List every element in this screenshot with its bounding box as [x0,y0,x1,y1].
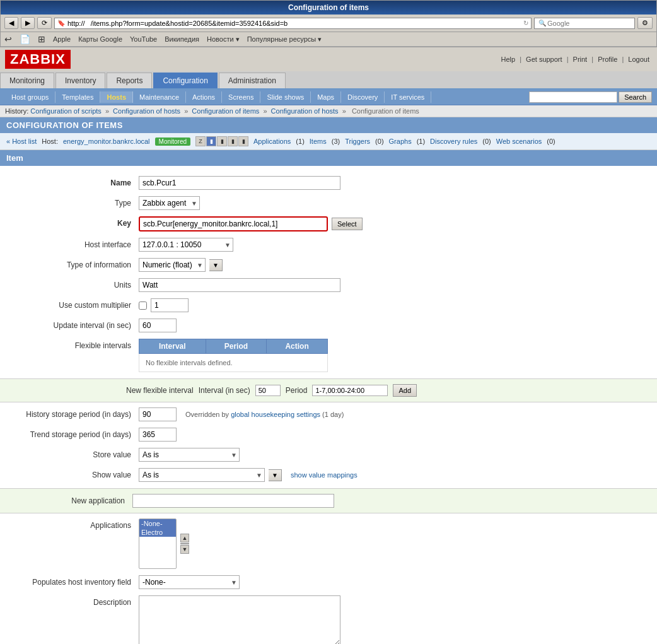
subnav-slideshows[interactable]: Slide shows [260,91,311,103]
bookmarks-bar: ↩ 📄 ⊞ Apple Карты Google YouTube Википед… [1,32,656,47]
flexible-intervals-table: Interval Period Action No flexible inter… [139,339,328,372]
search-input[interactable] [547,20,623,27]
scroll-up-btn[interactable]: ▲ [180,534,189,542]
zbx-icon-z: Z [195,136,206,146]
name-label: Name [13,176,139,187]
zbx-icon-bar1: ▮ [206,136,216,146]
tab-inventory[interactable]: Inventory [55,73,105,88]
update-interval-input[interactable] [139,319,177,332]
key-label: Key [13,216,139,228]
breadcrumb-confitems1[interactable]: Configuration of items [192,107,259,115]
new-flex-interval-input[interactable] [255,385,281,396]
multiplier-checkbox[interactable] [139,302,147,310]
populates-label: Populates host inventory field [13,575,139,587]
bookmark-apple[interactable]: Apple [53,35,71,43]
new-flex-period-input[interactable] [312,385,388,396]
description-textarea[interactable] [139,595,340,644]
sub-nav-search-input[interactable] [529,91,617,103]
subnav-actions[interactable]: Actions [186,91,222,103]
zbx-icon-bar4: ▮ [238,136,248,146]
reload-button[interactable]: ⟳ [37,17,52,29]
name-control [139,176,340,190]
new-application-input[interactable] [132,494,334,508]
bookmark-wikipedia[interactable]: Википедия [165,35,199,43]
tab-administration[interactable]: Administration [219,73,286,88]
history-control: Overridden by global housekeeping settin… [139,407,344,421]
bookmark-news[interactable]: Новости ▾ [207,35,240,44]
name-row: Name [13,176,644,190]
store-value-select[interactable]: As is [139,448,240,462]
breadcrumb-confhosts2[interactable]: Configuration of hosts [271,107,339,115]
help-link[interactable]: Help [501,56,515,63]
subnav-discovery[interactable]: Discovery [341,91,385,103]
url-input[interactable] [67,20,523,27]
tab-monitoring[interactable]: Monitoring [0,73,54,88]
flexible-intervals-row: Flexible intervals Interval Period Actio… [13,339,644,372]
type-row: Type Zabbix agent ▼ [13,196,644,210]
type-of-info-select[interactable]: Numeric (float) [139,258,206,272]
breadcrumb-confhosts1[interactable]: Configuration of hosts [113,107,180,115]
zbx-icon-bar3: ▮ [228,136,238,146]
profile-link[interactable]: Profile [598,56,617,63]
host-interface-row: Host interface 127.0.0.1 : 10050 ▼ [13,238,644,252]
app-option-electro[interactable]: Electro [139,528,176,537]
tab-reports[interactable]: Reports [107,73,152,88]
web-scenarios-link[interactable]: Web scenarios [496,138,542,145]
page-title: CONFIGURATION OF ITEMS [0,117,657,133]
subnav-screens[interactable]: Screens [222,91,260,103]
housekeeping-link[interactable]: global housekeeping settings [231,411,320,418]
logout-link[interactable]: Logout [628,56,649,63]
subnav-maintenance[interactable]: Maintenance [133,91,186,103]
select-button[interactable]: Select [332,218,363,230]
subnav-hosts[interactable]: Hosts [100,91,133,103]
applications-count: (1) [296,138,304,145]
units-input[interactable] [139,278,340,292]
add-flex-button[interactable]: Add [393,384,417,397]
triggers-link[interactable]: Triggers [345,138,370,145]
search-bar[interactable]: 🔍 [534,18,635,29]
applications-link[interactable]: Applications [253,138,291,145]
tab-configuration[interactable]: Configuration [153,73,217,88]
show-value-mappings-link[interactable]: show value mappings [291,471,358,479]
back-button[interactable]: ◀ [4,17,18,29]
type-of-info-extra-btn[interactable]: ▼ [209,259,223,271]
trend-input[interactable] [139,428,177,442]
graphs-link[interactable]: Graphs [389,138,412,145]
bookmark-resources[interactable]: Популярные ресурсы ▾ [247,35,322,44]
subnav-itservices[interactable]: IT services [385,91,431,103]
multiplier-value[interactable] [151,298,189,312]
update-interval-control [139,319,177,332]
show-value-select[interactable]: As is [139,468,265,482]
items-link[interactable]: Items [310,138,327,145]
trend-control [139,428,177,442]
breadcrumb-scripts[interactable]: Configuration of scripts [30,107,102,115]
subnav-hostgroups[interactable]: Host groups [5,91,55,103]
bookmark-youtube[interactable]: YouTube [130,35,157,43]
subnav-templates[interactable]: Templates [55,91,100,103]
scroll-down-btn[interactable]: ▼ [180,545,189,554]
show-value-select-wrapper: As is ▼ [139,468,265,482]
search-button[interactable]: Search [619,91,652,103]
host-list-link[interactable]: « Host list [6,138,37,145]
subnav-maps[interactable]: Maps [311,91,341,103]
app-option-none[interactable]: -None- [139,519,176,528]
host-name-link[interactable]: energy_monitor.bankrc.local [63,138,150,145]
apps-icon: ⊞ [38,34,45,44]
host-interface-select[interactable]: 127.0.0.1 : 10050 [139,238,233,252]
show-value-extra-btn[interactable]: ▼ [269,469,282,481]
discovery-link[interactable]: Discovery rules [430,138,477,145]
type-select[interactable]: Zabbix agent [139,196,200,210]
trend-label: Trend storage period (in days) [13,428,139,439]
get-support-link[interactable]: Get support [526,56,562,63]
applications-listbox[interactable]: -None- Electro [139,518,177,569]
options-button[interactable]: ⚙ [637,17,653,29]
populates-select[interactable]: -None- [139,575,240,589]
key-input[interactable] [139,216,328,231]
print-link[interactable]: Print [573,56,588,63]
name-input[interactable] [139,176,340,190]
forward-button[interactable]: ▶ [21,17,35,29]
url-bar[interactable]: 🔖 ↻ [54,18,532,29]
bookmark-maps[interactable]: Карты Google [78,35,122,43]
history-input[interactable] [139,407,177,421]
applications-control: -None- Electro ▲ ▼ [139,518,189,569]
